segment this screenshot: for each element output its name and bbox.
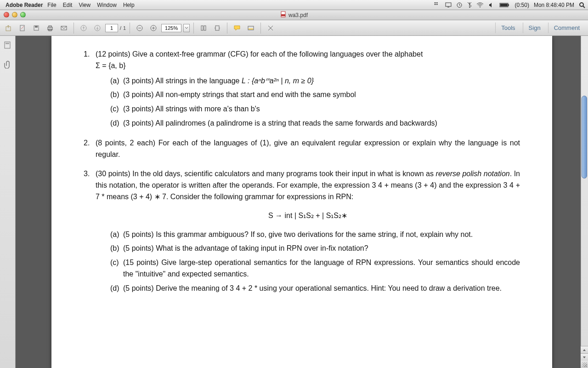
document-area[interactable]: 1. (12 points) Give a context-free gramm… bbox=[16, 36, 588, 368]
resize-handle[interactable] bbox=[581, 361, 588, 368]
close-button[interactable] bbox=[4, 12, 9, 17]
spotlight-icon[interactable] bbox=[579, 2, 585, 8]
q3-rpn: reverse polish notation bbox=[436, 170, 510, 178]
svg-rect-32 bbox=[6, 43, 9, 44]
svg-rect-1 bbox=[447, 7, 449, 7]
q3d: (d)(5 points) Derive the meaning of 3 4 … bbox=[110, 283, 520, 294]
fit-width-button[interactable] bbox=[198, 23, 209, 34]
email-button[interactable] bbox=[58, 23, 70, 34]
svg-rect-14 bbox=[35, 26, 38, 28]
pdf-file-icon bbox=[280, 11, 287, 19]
prev-page-button[interactable] bbox=[78, 23, 90, 34]
status-dropbox-icon[interactable] bbox=[434, 2, 441, 8]
svg-rect-16 bbox=[49, 26, 51, 27]
q3-text-a: (30 points) In the old days, scientific … bbox=[96, 170, 436, 178]
q2-text: (8 points, 2 each) For each of the langu… bbox=[96, 139, 520, 158]
scroll-up-button[interactable] bbox=[581, 346, 588, 353]
zoom-button[interactable] bbox=[20, 12, 26, 17]
status-wifi-icon[interactable] bbox=[476, 2, 484, 8]
fit-page-button[interactable] bbox=[211, 23, 223, 34]
status-clock[interactable]: Mon 8:48:40 PM bbox=[534, 2, 574, 8]
export-button[interactable] bbox=[3, 23, 15, 34]
zoom-in-button[interactable] bbox=[147, 23, 159, 34]
q1a: (a)(3 points) All strings in the languag… bbox=[110, 75, 520, 87]
svg-rect-28 bbox=[215, 26, 219, 30]
zoom-out-button[interactable] bbox=[134, 23, 146, 34]
svg-rect-27 bbox=[204, 26, 206, 30]
reader-toolbar: / 1 Tools Sign Comment bbox=[0, 20, 588, 36]
svg-rect-26 bbox=[201, 26, 203, 30]
q1-text: (12 points) Give a context-free grammar … bbox=[96, 50, 423, 58]
status-bluetooth-icon[interactable] bbox=[467, 2, 472, 8]
tab-tools[interactable]: Tools bbox=[495, 23, 520, 33]
comment-bubble-button[interactable] bbox=[231, 23, 243, 34]
svg-rect-0 bbox=[446, 3, 451, 6]
q3a: (a)(5 points) Is this grammar ambiguous?… bbox=[110, 229, 520, 241]
pdf-page: 1. (12 points) Give a context-free gramm… bbox=[51, 36, 552, 368]
menu-help[interactable]: Help bbox=[123, 2, 135, 8]
highlight-button[interactable] bbox=[245, 23, 257, 34]
svg-rect-10 bbox=[281, 14, 285, 16]
q1b: (b)(3 points) All non-empty strings that… bbox=[110, 89, 520, 101]
svg-rect-6 bbox=[500, 4, 508, 6]
svg-rect-30 bbox=[249, 29, 253, 29]
tab-comment[interactable]: Comment bbox=[548, 23, 585, 33]
create-pdf-button[interactable] bbox=[17, 23, 28, 34]
status-display-icon[interactable] bbox=[445, 2, 452, 8]
q3b: (b)(5 points) What is the advantage of t… bbox=[110, 243, 520, 254]
svg-point-3 bbox=[480, 6, 481, 7]
status-volume-icon[interactable] bbox=[488, 2, 495, 8]
mac-menu-bar: Adobe Reader File Edit View Window Help … bbox=[0, 0, 588, 10]
page-current-input[interactable] bbox=[105, 24, 118, 32]
reader-window: wa3.pdf / 1 Tools Sign Comment bbox=[0, 10, 588, 368]
minimize-button[interactable] bbox=[12, 12, 17, 17]
status-battery-icon[interactable] bbox=[499, 2, 510, 8]
page-sep: / bbox=[120, 25, 121, 31]
svg-rect-5 bbox=[508, 4, 509, 6]
titlebar: wa3.pdf bbox=[0, 10, 588, 20]
print-button[interactable] bbox=[44, 23, 56, 34]
zoom-dropdown[interactable] bbox=[183, 24, 190, 32]
zoom-value-input[interactable] bbox=[161, 24, 181, 32]
save-button[interactable] bbox=[30, 23, 42, 34]
scrollbar-thumb[interactable] bbox=[582, 96, 587, 178]
q3c: (c)(15 points) Give large-step operation… bbox=[110, 257, 520, 280]
q1-sigma: Σ = {a, b} bbox=[96, 62, 126, 69]
scroll-down-button[interactable] bbox=[581, 353, 588, 361]
read-mode-button[interactable] bbox=[265, 23, 277, 34]
svg-line-8 bbox=[583, 6, 585, 8]
vertical-scrollbar[interactable] bbox=[581, 36, 588, 368]
menu-window[interactable]: Window bbox=[97, 2, 117, 8]
q3-grammar: S → int | S₁S₂ + | S₁S₂∗ bbox=[96, 210, 520, 222]
svg-point-7 bbox=[580, 3, 583, 6]
side-panel bbox=[0, 36, 16, 368]
question-2: 2. (8 points, 2 each) For each of the la… bbox=[84, 138, 520, 161]
status-timemachine-icon[interactable] bbox=[456, 2, 463, 8]
question-3: 3. (30 points) In the old days, scientif… bbox=[84, 168, 520, 294]
app-name[interactable]: Adobe Reader bbox=[6, 2, 43, 8]
menu-file[interactable]: File bbox=[47, 2, 56, 8]
window-controls bbox=[4, 12, 26, 17]
window-title: wa3.pdf bbox=[288, 12, 308, 18]
attachments-panel-button[interactable] bbox=[2, 59, 13, 70]
page-total: 1 bbox=[123, 25, 126, 31]
q1c: (c)(3 points) All strings with more a's … bbox=[110, 104, 520, 115]
question-1: 1. (12 points) Give a context-free gramm… bbox=[84, 49, 520, 129]
q1d: (d)(3 points) All palindromes (a palindr… bbox=[110, 118, 520, 129]
status-battery-text: (0:50) bbox=[515, 2, 529, 8]
menu-view[interactable]: View bbox=[79, 2, 90, 8]
tab-sign[interactable]: Sign bbox=[523, 23, 546, 33]
thumbnails-panel-button[interactable] bbox=[2, 40, 13, 51]
next-page-button[interactable] bbox=[91, 23, 103, 34]
menu-edit[interactable]: Edit bbox=[63, 2, 73, 8]
